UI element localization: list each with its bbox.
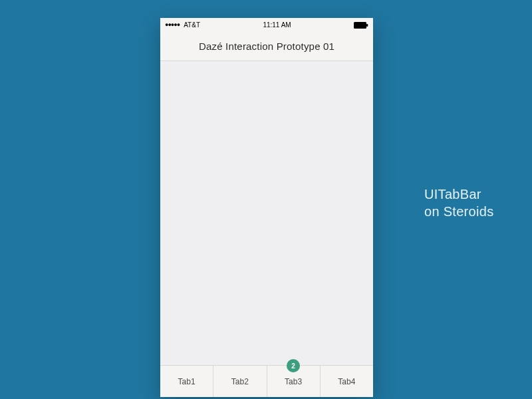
carrier-label: AT&T [184,21,200,29]
tab-label: Tab4 [338,377,355,386]
tab-bar: Tab1 Tab2 2 Tab3 Tab4 [160,365,373,397]
caption: UITabBar on Steroids [424,186,493,220]
page-title: Dazé Interaction Prototype 01 [199,41,334,52]
tab-4[interactable]: Tab4 [321,366,373,397]
status-right [354,22,368,29]
tab-3[interactable]: 2 Tab3 [267,366,321,397]
svg-rect-0 [354,22,366,29]
tab-label: Tab2 [231,377,249,386]
tab-label: Tab1 [178,377,196,386]
content-area [160,61,373,365]
tab-label: Tab3 [285,377,302,386]
status-time: 11:11 AM [263,21,291,29]
signal-dots-icon: ●●●●● [165,22,180,28]
status-left: ●●●●● AT&T [165,21,200,29]
phone-mockup: ●●●●● AT&T 11:11 AM Dazé Interaction Pro… [160,18,373,397]
tab-2[interactable]: Tab2 [213,366,267,397]
svg-rect-1 [366,24,368,27]
nav-bar: Dazé Interaction Prototype 01 [160,32,373,61]
caption-line-2: on Steroids [424,203,493,220]
tab-1[interactable]: Tab1 [160,366,213,397]
status-bar: ●●●●● AT&T 11:11 AM [160,18,373,32]
tab-badge: 2 [287,359,300,372]
caption-line-1: UITabBar [424,186,493,203]
battery-icon [354,22,368,29]
